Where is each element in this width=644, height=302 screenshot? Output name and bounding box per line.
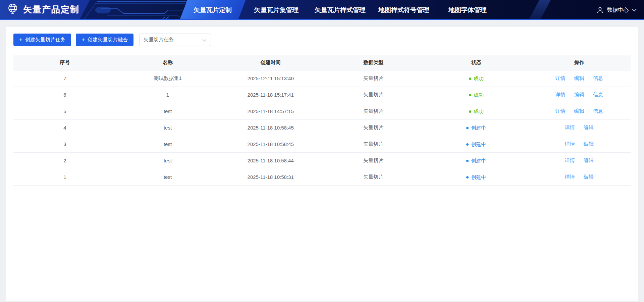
cell-created: 2025-12-11 15:13:40 — [219, 70, 322, 87]
cell-seq: 1 — [13, 169, 116, 185]
cell-status: 创建中 — [425, 136, 528, 152]
nav-tab[interactable]: 地图字体管理 — [436, 0, 499, 20]
cell-actions: 详情编辑 — [528, 119, 631, 136]
status-text: 成功 — [474, 92, 484, 98]
column-header: 序号 — [13, 55, 116, 70]
cell-status: 成功 — [425, 87, 528, 103]
plus-icon: + — [82, 37, 85, 43]
table-row: 5 test 2025-11-18 14:57:15 矢量切片 成功 详情编辑信… — [13, 103, 631, 119]
status-dot-icon — [469, 110, 471, 113]
cell-type: 矢量切片 — [322, 70, 425, 87]
status-dot-icon — [466, 176, 469, 179]
cell-seq: 2 — [13, 152, 116, 169]
action-link[interactable]: 详情 — [555, 92, 566, 97]
status-dot-icon — [466, 160, 469, 162]
action-link[interactable]: 编辑 — [584, 141, 594, 147]
table-row: 6 1 2025-11-18 15:17:41 矢量切片 成功 详情编辑信息 — [13, 87, 631, 103]
status-text: 成功 — [474, 108, 484, 115]
globe-logo-icon — [7, 3, 19, 16]
action-link[interactable]: 信息 — [593, 92, 603, 97]
brand: 矢量产品定制 — [0, 3, 79, 16]
cell-type: 矢量切片 — [322, 87, 425, 103]
nav-tab-label: 矢量瓦片样式管理 — [315, 6, 366, 14]
status-badge: 创建中 — [466, 125, 486, 131]
status-badge: 创建中 — [466, 174, 486, 181]
cell-type: 矢量切片 — [322, 152, 425, 169]
cell-name: 1 — [116, 87, 219, 103]
task-table-wrap: 序号名称创建时间数据类型状态操作 7 测试数据集1 2025-12-11 15:… — [6, 46, 638, 186]
action-link[interactable]: 详情 — [555, 108, 566, 114]
column-header: 创建时间 — [219, 55, 322, 70]
cell-seq: 5 — [13, 103, 116, 119]
table-body: 7 测试数据集1 2025-12-11 15:13:40 矢量切片 成功 详情编… — [13, 70, 631, 185]
column-header: 操作 — [528, 55, 631, 70]
cell-actions: 详情编辑信息 — [528, 103, 631, 119]
cell-name: test — [116, 103, 219, 119]
cell-name: 测试数据集1 — [116, 70, 219, 87]
action-link[interactable]: 编辑 — [574, 92, 584, 97]
pagination-page-stub[interactable] — [559, 296, 573, 301]
create-tile-task-button[interactable]: + 创建矢量切片任务 — [13, 34, 71, 46]
action-link[interactable]: 详情 — [565, 157, 575, 163]
header-slash-decoration — [526, 0, 552, 20]
toolbar: + 创建矢量切片任务 + 创建矢量切片融合 矢量切片任务 — [6, 27, 638, 46]
status-text: 创建中 — [471, 141, 486, 148]
table-row: 4 test 2025-11-18 10:58:45 矢量切片 创建中 详情编辑 — [13, 119, 631, 136]
action-link[interactable]: 详情 — [565, 124, 575, 130]
action-link[interactable]: 编辑 — [574, 108, 584, 114]
status-badge: 成功 — [469, 92, 484, 98]
action-link[interactable]: 详情 — [565, 141, 575, 147]
pagination-prev-stub[interactable] — [539, 296, 555, 301]
task-type-select[interactable]: 矢量切片任务 — [139, 34, 211, 46]
status-text: 成功 — [474, 76, 484, 82]
cell-seq: 4 — [13, 119, 116, 136]
cell-type: 矢量切片 — [322, 169, 425, 185]
cell-created: 2025-11-18 14:57:15 — [219, 103, 322, 119]
action-link[interactable]: 详情 — [555, 75, 566, 81]
cell-name: test — [116, 119, 219, 136]
content-card: + 创建矢量切片任务 + 创建矢量切片融合 矢量切片任务 序号名称创建时间数据类… — [6, 27, 638, 301]
status-badge: 创建中 — [466, 141, 486, 148]
status-text: 创建中 — [471, 158, 486, 164]
create-tile-merge-button[interactable]: + 创建矢量切片融合 — [76, 34, 133, 46]
column-header: 状态 — [425, 55, 528, 70]
cell-created: 2025-11-18 10:58:44 — [219, 152, 322, 169]
cell-actions: 详情编辑 — [528, 169, 631, 185]
action-link[interactable]: 编辑 — [574, 75, 584, 81]
cell-created: 2025-11-18 15:17:41 — [219, 87, 322, 103]
action-link[interactable]: 详情 — [565, 174, 575, 180]
status-dot-icon — [466, 127, 469, 129]
cell-type: 矢量切片 — [322, 136, 425, 152]
cell-actions: 详情编辑 — [528, 152, 631, 169]
status-dot-icon — [469, 78, 471, 80]
nav-tab[interactable]: 矢量瓦片样式管理 — [308, 0, 372, 20]
nav-tab[interactable]: 矢量瓦片集管理 — [245, 0, 308, 20]
table-row: 2 test 2025-11-18 10:58:44 矢量切片 创建中 详情编辑 — [13, 152, 631, 169]
pagination-next-stub[interactable] — [577, 296, 594, 301]
app-header: 矢量产品定制 矢量瓦片定制 矢量瓦片集管理 矢量瓦片样式管理 地图样式符号管理 … — [0, 0, 644, 20]
nav-tab[interactable]: 矢量瓦片定制 — [181, 0, 245, 20]
plus-icon: + — [19, 37, 22, 43]
action-link[interactable]: 编辑 — [584, 157, 594, 163]
table-row: 3 test 2025-11-18 10:58:45 矢量切片 创建中 详情编辑 — [13, 136, 631, 152]
chevron-down-icon — [202, 37, 207, 43]
cell-type: 矢量切片 — [322, 119, 425, 136]
nav-tab[interactable]: 地图样式符号管理 — [372, 0, 436, 20]
user-name: 数据中心 — [607, 7, 629, 14]
column-header: 名称 — [116, 55, 219, 70]
pagination — [6, 296, 638, 301]
cell-status: 创建中 — [425, 169, 528, 185]
status-text: 创建中 — [471, 174, 486, 181]
cell-status: 成功 — [425, 103, 528, 119]
user-menu[interactable]: 数据中心 — [596, 0, 637, 20]
cell-created: 2025-11-18 10:58:45 — [219, 119, 322, 136]
table-header-row: 序号名称创建时间数据类型状态操作 — [13, 55, 631, 70]
cell-type: 矢量切片 — [322, 103, 425, 119]
cell-status: 创建中 — [425, 152, 528, 169]
cell-seq: 7 — [13, 70, 116, 87]
action-link[interactable]: 编辑 — [584, 124, 594, 130]
cell-status: 创建中 — [425, 119, 528, 136]
action-link[interactable]: 编辑 — [584, 174, 594, 180]
action-link[interactable]: 信息 — [593, 108, 603, 114]
action-link[interactable]: 信息 — [593, 75, 603, 81]
